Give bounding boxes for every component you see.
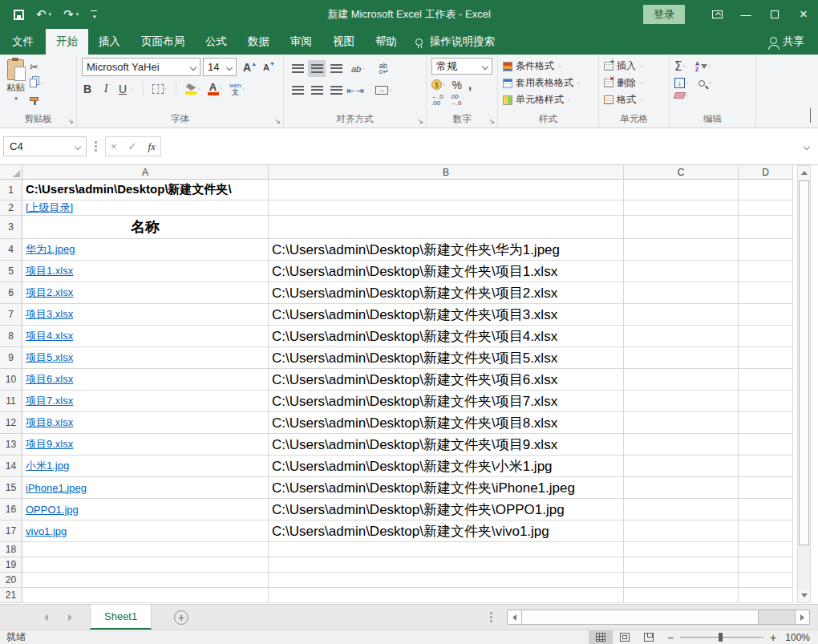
increase-decimal-button[interactable]: ←.0 .00 [431,94,443,107]
cell-A19[interactable] [22,557,269,573]
cell-A5[interactable]: 项目1.xlsx [22,261,269,282]
save-button[interactable] [14,10,24,20]
close-button[interactable]: × [789,2,818,26]
cell-B9[interactable]: C:\Users\admin\Desktop\新建文件夹\项目5.xlsx [269,347,624,369]
formula-input[interactable] [161,136,799,156]
clipboard-dialog-launcher[interactable]: ↘ [67,117,74,125]
row-header-10[interactable]: 10 [0,369,22,391]
cell-D9[interactable] [739,347,793,369]
row-header-16[interactable]: 16 [0,499,22,520]
underline-button[interactable]: U▾ [119,83,134,95]
sheet-tab-sheet1[interactable]: Sheet1 [90,605,152,630]
tab-formulas[interactable]: 公式 [195,29,237,55]
row-header-21[interactable]: 21 [0,588,22,603]
previous-sheet-button[interactable] [34,605,58,630]
cell-A9[interactable]: 项目5.xlsx [22,347,269,369]
cell-hyperlink[interactable]: 项目8.xlsx [26,415,73,430]
cell-B12[interactable]: C:\Users\admin\Desktop\新建文件夹\项目8.xlsx [269,412,624,434]
row-header-18[interactable]: 18 [0,542,22,557]
cell-B2[interactable] [269,200,624,216]
font-size-combo[interactable]: 14 [203,58,237,76]
cell-D19[interactable] [739,557,793,573]
row-header-14[interactable]: 14 [0,456,22,477]
cell-D5[interactable] [739,261,793,282]
page-layout-view-button[interactable] [613,630,637,644]
sign-in-button[interactable]: 登录 [643,5,685,24]
redo-button[interactable]: ↷▾ [63,9,79,21]
cell-A21[interactable] [22,588,269,603]
cell-B14[interactable]: C:\Users\admin\Desktop\新建文件夹\小米1.jpg [269,456,624,477]
cell-B16[interactable]: C:\Users\admin\Desktop\新建文件夹\OPPO1.jpg [269,499,624,520]
vertical-scroll-thumb[interactable] [799,180,809,545]
cell-hyperlink[interactable]: vivo1.jpg [26,525,67,537]
merge-center-button[interactable]: ↔▾ [375,86,392,95]
collapse-ribbon-button[interactable] [810,108,811,123]
fill-color-button[interactable]: ▾ [185,83,200,95]
cell-C19[interactable] [624,557,739,573]
format-cells-button[interactable]: 格式▾ [604,91,665,108]
row-header-12[interactable]: 12 [0,412,22,434]
row-header-9[interactable]: 9 [0,347,22,369]
font-dialog-launcher[interactable]: ↘ [274,117,281,125]
row-header-11[interactable]: 11 [0,391,22,412]
cell-A1[interactable]: C:\Users\admin\Desktop\新建文件夹\ [22,180,269,200]
scroll-up-button[interactable] [798,166,810,180]
column-header-a[interactable]: A [22,165,269,180]
cell-hyperlink[interactable]: 项目7.xlsx [26,394,73,408]
cell-B20[interactable] [269,573,624,588]
cell-hyperlink[interactable]: 项目1.xlsx [26,264,73,278]
cell-A17[interactable]: vivo1.jpg [22,520,269,542]
cell-B4[interactable]: C:\Users\admin\Desktop\新建文件夹\华为1.jpeg [269,239,624,261]
cell-A7[interactable]: 项目3.xlsx [22,304,269,326]
bottom-align-button[interactable] [327,60,345,77]
customize-qat-button[interactable]: ▾ [91,10,97,18]
comma-style-button[interactable]: , [468,78,472,91]
expand-formula-bar-button[interactable] [799,144,815,149]
cell-hyperlink[interactable]: 项目6.xlsx [26,372,73,387]
cell-C17[interactable] [624,520,739,542]
insert-cells-button[interactable]: 插入▾ [604,58,665,75]
cell-C1[interactable] [624,180,739,200]
tab-view[interactable]: 视图 [322,29,365,55]
cell-B11[interactable]: C:\Users\admin\Desktop\新建文件夹\项目7.xlsx [269,391,624,412]
cell-A14[interactable]: 小米1.jpg [22,456,269,477]
cell-C4[interactable] [624,239,739,261]
row-header-2[interactable]: 2 [0,200,22,216]
tab-insert[interactable]: 插入 [88,29,131,55]
tab-file[interactable]: 文件 [0,29,46,55]
scroll-down-button[interactable] [798,589,810,602]
row-header-6[interactable]: 6 [0,282,22,304]
insert-function-button[interactable]: fx [148,140,156,153]
borders-button[interactable]: ▾ [152,84,168,94]
cell-C18[interactable] [624,542,739,557]
number-format-combo[interactable]: 常规 [431,58,492,75]
cell-A8[interactable]: 项目4.xlsx [22,326,269,347]
cell-hyperlink[interactable]: OPPO1.jpg [26,504,79,516]
cell-B7[interactable]: C:\Users\admin\Desktop\新建文件夹\项目3.xlsx [269,304,624,326]
font-name-combo[interactable]: Microsoft YaHei [82,58,200,76]
cell-D17[interactable] [739,520,793,542]
cell-D4[interactable] [739,239,793,261]
cell-A16[interactable]: OPPO1.jpg [22,499,269,520]
formula-bar-drag-dots[interactable] [95,141,97,144]
cell-hyperlink[interactable]: [上级目录] [26,200,73,215]
vertical-scrollbar[interactable] [797,165,811,603]
horizontal-scroll-track[interactable] [522,610,795,625]
bold-button[interactable]: B [82,83,93,95]
tab-help[interactable]: 帮助 [365,29,407,55]
decrease-decimal-button[interactable]: .00 →.0 [450,94,462,107]
format-as-table-button[interactable]: 套用表格格式▾ [503,75,594,91]
cell-B19[interactable] [269,557,624,573]
tab-home[interactable]: 开始 [46,29,88,55]
number-dialog-launcher[interactable]: ↘ [488,117,495,125]
scroll-left-button[interactable] [507,610,522,625]
row-header-13[interactable]: 13 [0,434,22,456]
cell-hyperlink[interactable]: 项目3.xlsx [26,307,73,322]
autosum-button[interactable]: Σ▾ [674,59,686,74]
cell-C16[interactable] [624,499,739,520]
cell-A15[interactable]: iPhone1.jpeg [22,477,269,499]
column-header-b[interactable]: B [269,165,624,180]
new-sheet-button[interactable]: + [174,610,188,625]
paste-button[interactable]: 粘贴▾ [6,59,25,111]
zoom-slider[interactable] [680,637,763,638]
